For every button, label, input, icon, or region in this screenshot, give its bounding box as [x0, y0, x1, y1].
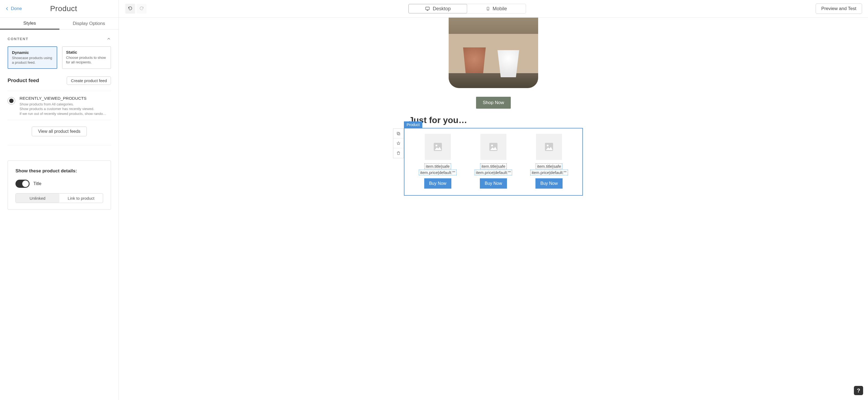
tab-styles[interactable]: Styles [0, 18, 59, 30]
redo-icon [139, 6, 144, 11]
svg-point-6 [435, 145, 437, 146]
device-desktop[interactable]: Desktop [408, 4, 467, 13]
done-link[interactable]: Done [5, 6, 22, 11]
mode-static-title: Static [66, 50, 107, 55]
product-details-box: Show these product details: Title Unlink… [8, 160, 111, 210]
svg-rect-0 [426, 7, 430, 10]
product-price-placeholder: item.price|default:"" [475, 170, 513, 175]
device-mobile-label: Mobile [493, 6, 507, 12]
title-toggle[interactable] [16, 180, 30, 188]
block-action-rail [393, 129, 404, 158]
section-content-label: CONTENT [8, 37, 29, 41]
device-toggle: Desktop Mobile [408, 4, 526, 13]
product-card: item.title|safe item.price|default:"" Bu… [412, 134, 464, 189]
product-price-placeholder: item.price|default:"" [530, 170, 568, 175]
product-price-placeholder: item.price|default:"" [419, 170, 457, 175]
feed-desc-1: Show products from All categories. [20, 102, 106, 107]
duplicate-block-button[interactable] [393, 129, 404, 138]
seg-unlinked[interactable]: Unlinked [16, 194, 59, 203]
product-feed-label: Product feed [8, 77, 39, 84]
mode-dynamic[interactable]: Dynamic Showcase products using a produc… [8, 46, 57, 69]
mode-dynamic-desc: Showcase products using a product feed. [12, 56, 53, 65]
duplicate-icon [396, 131, 401, 136]
section-content-toggle[interactable]: CONTENT [0, 30, 119, 43]
feed-item[interactable]: RECENTLY_VIEWED_PRODUCTS Show products f… [0, 94, 119, 118]
svg-rect-4 [397, 132, 399, 134]
product-block[interactable]: Product [404, 128, 583, 196]
product-title-placeholder: item.title|safe [480, 163, 507, 169]
product-card: item.title|safe item.price|default:"" Bu… [468, 134, 519, 189]
block-badge: Product [404, 122, 422, 128]
image-icon [488, 141, 499, 152]
mode-static[interactable]: Static Choose products to show for all r… [62, 46, 111, 69]
svg-rect-3 [398, 133, 400, 135]
done-label: Done [11, 6, 22, 11]
help-button[interactable]: ? [854, 386, 863, 395]
product-image-placeholder [536, 134, 562, 160]
image-icon [432, 141, 443, 152]
product-title-placeholder: item.title|safe [425, 163, 451, 169]
image-icon [544, 141, 554, 152]
product-image-placeholder [480, 134, 506, 160]
desktop-icon [425, 6, 430, 11]
svg-point-8 [491, 145, 493, 146]
just-for-you-heading: Just for you… [409, 115, 583, 125]
svg-point-2 [488, 10, 488, 10]
create-feed-button[interactable]: Create product feed [67, 76, 111, 85]
redo-button[interactable] [137, 4, 147, 13]
trash-icon [396, 151, 401, 155]
preview-button[interactable]: Preview and Test [816, 3, 862, 14]
product-title-placeholder: item.title|safe [536, 163, 562, 169]
mobile-icon [486, 6, 490, 11]
mode-dynamic-title: Dynamic [12, 50, 53, 55]
buy-now-button[interactable]: Buy Now [535, 178, 563, 189]
feed-radio[interactable] [8, 97, 15, 105]
divider [8, 120, 111, 120]
feed-name: RECENTLY_VIEWED_PRODUCTS [20, 96, 106, 101]
product-card: item.title|safe item.price|default:"" Bu… [523, 134, 575, 189]
undo-icon [128, 6, 133, 11]
delete-block-button[interactable] [393, 148, 404, 158]
device-desktop-label: Desktop [433, 6, 451, 12]
tab-display-options[interactable]: Display Options [59, 18, 119, 30]
favorite-block-button[interactable] [393, 138, 404, 148]
chevron-up-icon [106, 37, 111, 41]
svg-point-10 [547, 145, 549, 146]
details-heading: Show these product details: [16, 168, 103, 174]
shop-now-button[interactable]: Shop Now [476, 97, 511, 109]
device-mobile[interactable]: Mobile [467, 4, 526, 13]
mode-static-desc: Choose products to show for all recipien… [66, 56, 107, 65]
title-toggle-label: Title [33, 181, 41, 186]
hero-image [448, 18, 538, 88]
buy-now-button[interactable]: Buy Now [424, 178, 452, 189]
view-all-feeds-button[interactable]: View all product feeds [32, 127, 87, 136]
buy-now-button[interactable]: Buy Now [480, 178, 507, 189]
product-image-placeholder [425, 134, 451, 160]
feed-desc-2: Show products a customer has recently vi… [20, 106, 106, 111]
panel-title: Product [50, 4, 77, 13]
arrow-left-icon [5, 6, 9, 11]
seg-link[interactable]: Link to product [59, 194, 103, 203]
star-icon [396, 141, 401, 145]
undo-button[interactable] [125, 4, 135, 13]
title-link-segment: Unlinked Link to product [16, 193, 103, 203]
feed-desc-3: If we run out of recently viewed product… [20, 111, 106, 116]
